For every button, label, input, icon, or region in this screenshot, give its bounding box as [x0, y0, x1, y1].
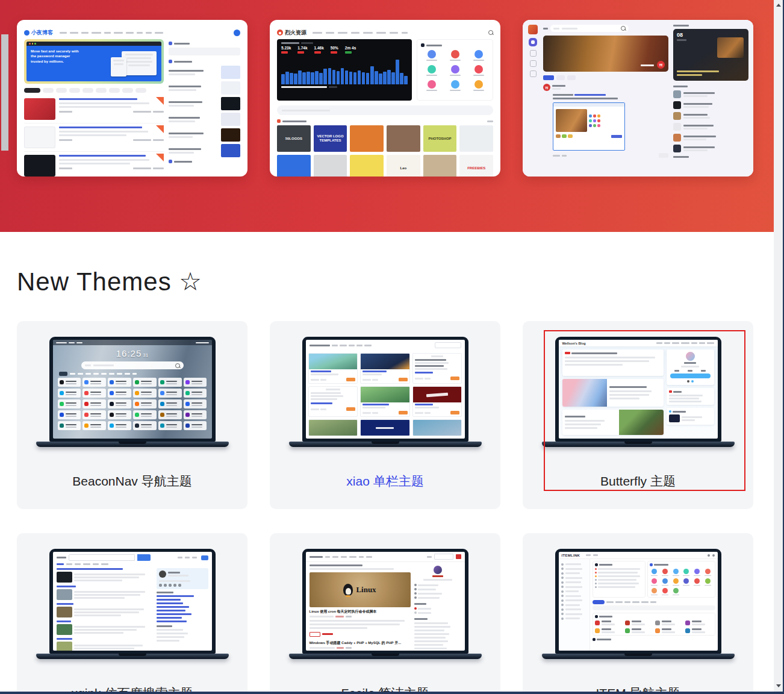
decor: [168, 575, 188, 577]
resource-thumbnails: 50LOGOSVECTOR LOGO TEMPLATESPHOTOSHOPLeo…: [277, 125, 493, 177]
theme-card-facile[interactable]: Linux Linux 使用 cron 每天定时执行命令或脚本 Windows …: [270, 533, 500, 694]
chartbar-item: [349, 72, 353, 84]
decor: [654, 564, 668, 566]
ribbon-icon: [156, 125, 164, 133]
decor: [673, 90, 681, 98]
decor: [74, 626, 145, 634]
decor: [57, 572, 153, 583]
decor: [414, 592, 461, 595]
tool2-item: [660, 578, 670, 586]
decor: [155, 32, 163, 34]
decor: [310, 647, 411, 649]
post-hero-image: Linux: [310, 572, 411, 607]
dashboard-stats: 5.23k 1.74k 1.46k 50% 2m 4s: [281, 46, 408, 54]
chartbar-item: [311, 72, 314, 84]
decor: [221, 113, 240, 126]
chartbar-item: [391, 72, 395, 84]
decor: [589, 124, 592, 127]
decor: [313, 32, 322, 34]
decor: [553, 28, 559, 30]
decor: [414, 611, 417, 614]
res-item: [459, 125, 493, 152]
theme-card-beaconnav[interactable]: 16:2531 BeaconNav 导航主题: [17, 321, 247, 509]
decor: [310, 627, 367, 629]
decor: [168, 572, 188, 577]
banner-preview-forum[interactable]: π π: [523, 20, 753, 177]
chartbar-item: [319, 73, 323, 84]
decor: [372, 379, 378, 381]
decor: [178, 584, 181, 587]
decor: [414, 607, 461, 610]
decor: [414, 564, 461, 649]
decor: [201, 555, 208, 560]
decor: [185, 557, 190, 558]
decor: [565, 617, 580, 619]
search-button: [137, 554, 151, 561]
theme-card-item[interactable]: ITEMLINK: [523, 533, 753, 694]
tile-item: [184, 389, 207, 398]
decor: [415, 368, 447, 370]
scrollbar-track[interactable]: [774, 0, 783, 694]
decor: [310, 620, 405, 622]
theme-card-xqink[interactable]: xqink 仿百度搜索主题: [17, 533, 247, 694]
theme-title[interactable]: BeaconNav 导航主题: [17, 473, 247, 490]
banner-preview-blog[interactable]: 小夜博客 Move fast and securely wi: [17, 20, 247, 177]
decor: [552, 88, 561, 90]
decor: [169, 584, 172, 587]
bar-chart: [281, 58, 408, 84]
decor: [169, 160, 240, 163]
decor: [595, 628, 600, 633]
decor: [331, 51, 337, 54]
chartbar-item: [332, 70, 336, 84]
decor: [412, 353, 462, 384]
decor: [332, 556, 338, 558]
decor: [414, 618, 428, 620]
decor: [114, 63, 123, 65]
decor: [159, 580, 190, 582]
scroll-down-button[interactable]: [774, 681, 783, 690]
decor: [59, 155, 146, 157]
preview-resources-logo: 烈火资源: [277, 29, 306, 37]
decor: [169, 148, 201, 154]
preview-blog-navbar: 小夜博客: [24, 26, 240, 39]
decor: [59, 127, 142, 128]
decor: [70, 373, 75, 375]
decor: [322, 633, 333, 635]
decor: [169, 42, 240, 45]
scrollbar-thumb[interactable]: [1, 34, 8, 151]
decor: [414, 637, 446, 639]
decor: [418, 608, 431, 610]
decor: [56, 342, 67, 343]
sidebar-post: [169, 128, 240, 142]
chartbar-item: [298, 70, 302, 84]
tool2-item: [682, 569, 691, 576]
decor: [157, 625, 172, 627]
decor: [561, 567, 587, 570]
decor: [59, 372, 206, 376]
decor: [93, 364, 114, 366]
decor: 1.46k: [314, 46, 324, 54]
decor: [561, 604, 587, 606]
decor: [59, 111, 72, 113]
decor: Move fast and securely with the password…: [26, 42, 161, 81]
item-logo: ITEMLINK: [562, 554, 580, 557]
decor: [346, 378, 355, 381]
decor: [349, 345, 355, 346]
decor: [595, 563, 643, 566]
banner-preview-resources[interactable]: 烈火资源 5.23k 1.74k 1.46k 50% 2m 4s: [270, 20, 500, 177]
decor: [595, 586, 643, 588]
chartbar-item: [281, 74, 285, 84]
theme-card-butterfly[interactable]: Wellson's Blog: [523, 321, 753, 509]
decor: [157, 640, 179, 642]
decor: [59, 372, 67, 376]
decor: [196, 342, 209, 343]
decor: [277, 119, 306, 123]
theme-card-xiao[interactable]: xiao 单栏主题: [270, 321, 500, 509]
decor: [59, 139, 72, 141]
decor: [595, 583, 597, 584]
search-button: [456, 554, 461, 559]
scroll-up-button[interactable]: [774, 0, 783, 10]
decor: [335, 616, 344, 617]
theme-title[interactable]: xiao 单栏主题: [270, 473, 500, 490]
decor: [589, 114, 600, 127]
